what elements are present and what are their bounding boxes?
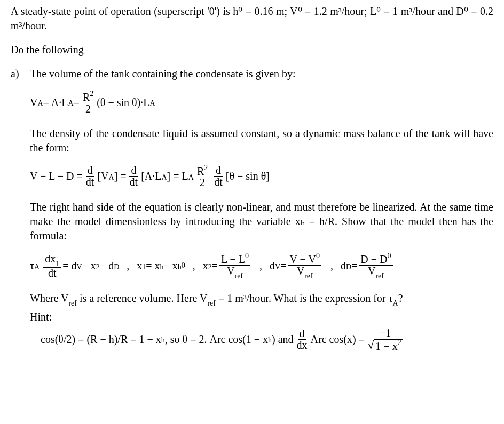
equation-hint: cos(θ/2) = (R − h)/R = 1 − xh , so θ = 2… [41,327,493,352]
density-text: The density of the condensate liquid is … [30,126,493,155]
equation-volume: VA = A·LA = R2 2 (θ − sin θ)·LA [30,91,493,115]
part-a-lead: The volume of the tank containing the co… [30,67,493,81]
part-a-marker: a) [11,67,30,81]
equation-dimensionless: τA dx1 dt = dV − x2 − dD , x1 = xh − xh0… [30,253,493,279]
intro-paragraph: A steady-state point of operation (super… [11,4,493,33]
nonlinear-text: The right hand side of the equation is c… [30,200,493,243]
equation-mass-balance: V − L − D = d dt [VA] = d dt [A·LA] = LA… [30,165,493,189]
where-text: Where Vref is a reference volume. Here V… [30,291,493,308]
part-a: a) The volume of the tank containing the… [11,67,493,81]
hint-label: Hint: [30,310,493,324]
prompt: Do the following [11,43,493,57]
